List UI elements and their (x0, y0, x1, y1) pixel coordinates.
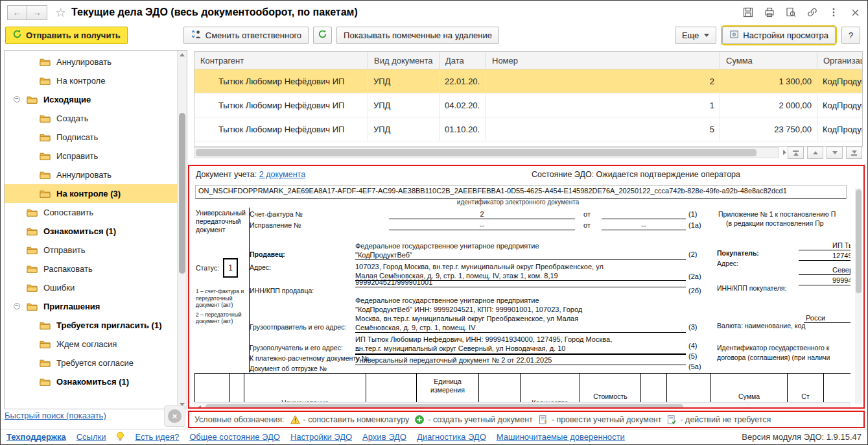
column-header-doc-type[interactable]: Вид документа (368, 52, 440, 69)
sync-icon (12, 29, 22, 41)
accounting-doc-label: Документ учета: (196, 170, 257, 179)
window-actions (742, 6, 861, 18)
print-icon[interactable] (764, 6, 775, 18)
scroll-thumb[interactable] (179, 113, 185, 274)
cell-organization: КодПродуктВеб (817, 117, 862, 141)
cell-number: 5 (486, 117, 720, 141)
sidebar-item-7[interactable]: Аннулировать (5, 165, 177, 184)
toolbar-center-group: Сменить ответственного Показывать помече… (183, 27, 499, 44)
sidebar-item-15[interactable]: Требуется пригласить (1) (5, 316, 177, 335)
preview-vertical-scrollbar[interactable] (855, 188, 862, 404)
support-link[interactable]: Техподдержка (6, 432, 66, 442)
column-header-organization[interactable]: Организация (817, 52, 862, 69)
sidebar-item-label: Отправить (43, 245, 85, 255)
sidebar-item-8[interactable]: На контроле (3) (5, 184, 177, 203)
sidebar-item-10[interactable]: Ознакомиться (1) (5, 222, 177, 241)
link-icon[interactable] (806, 6, 818, 18)
folder-icon (40, 340, 51, 348)
table-row-2[interactable]: Тытюк Любомир Нефёдович ИП УПД 04.02.20.… (194, 93, 862, 117)
folder-icon (40, 58, 51, 66)
go-first-button[interactable] (788, 147, 804, 159)
refresh-button[interactable] (313, 27, 332, 44)
scroll-up-icon[interactable] (178, 51, 187, 59)
warning-icon (290, 415, 300, 424)
refresh-icon (318, 29, 327, 41)
consignee-line-1: ИП Тытюк Любомир Нефёдович, ИНН: 9999419… (355, 335, 686, 344)
sidebar-item-1[interactable]: Аннулировать (5, 53, 177, 71)
sidebar-item-13[interactable]: Ошибки (5, 278, 177, 297)
sidebar-item-12[interactable]: Распаковать (5, 259, 177, 278)
save-icon[interactable] (742, 6, 754, 18)
preview-icon[interactable] (785, 6, 797, 18)
sidebar-item-17[interactable]: Требуется согласие (5, 354, 177, 372)
forward-button[interactable]: → (27, 5, 47, 20)
close-icon[interactable] (849, 6, 861, 18)
folder-icon (40, 133, 51, 141)
more-button[interactable]: Еще (675, 27, 716, 44)
scroll-thumb[interactable] (196, 149, 757, 156)
column-header-date[interactable]: Дата (440, 52, 486, 69)
seller-address-label: Адрес: (250, 263, 363, 271)
title-bar: ← → ☆ Текущие дела ЭДО (весь документооб… (1, 1, 867, 24)
edo-settings-link[interactable]: Настройки ЭДО (290, 432, 352, 442)
go-down-button[interactable] (827, 147, 843, 159)
mchd-link[interactable]: Машиночитаемые доверенности (497, 432, 625, 442)
go-up-button[interactable] (807, 147, 823, 159)
edo-archive-link[interactable]: Архив ЭДО (362, 432, 406, 442)
sidebar-item-label: Аннулировать (56, 57, 111, 67)
column-header-amount[interactable]: Сумма (720, 52, 817, 69)
scroll-thumb[interactable] (856, 189, 862, 293)
idea-link[interactable]: Есть идея? (135, 432, 179, 442)
view-settings-button[interactable]: Настройки просмотра (722, 27, 836, 44)
sidebar-item-5[interactable]: Подписать (5, 128, 177, 147)
table-horizontal-scrollbar[interactable] (194, 147, 779, 158)
quick-search-link[interactable]: Быстрый поиск (показать) (5, 411, 106, 420)
change-responsible-button[interactable]: Сменить ответственного (183, 27, 309, 44)
accounting-doc-link[interactable]: 2 документа (259, 170, 305, 179)
chevron-down-icon (704, 34, 709, 37)
sidebar-item-label: Аннулировать (56, 170, 111, 180)
sidebar-item-18[interactable]: Ознакомиться (1) (5, 372, 177, 391)
collapse-minus-icon[interactable] (14, 96, 20, 102)
show-marked-button[interactable]: Показывать помеченные на удаление (336, 27, 499, 44)
scroll-left-icon[interactable] (198, 405, 201, 407)
edo-diagnostics-link[interactable]: Диагностика ЭДО (417, 432, 486, 442)
preview-header: Документ учета: 2 документа Состояние ЭД… (196, 170, 848, 182)
sidebar-item-16[interactable]: Ждем согласия (5, 335, 177, 354)
tree-scrollbar[interactable] (177, 51, 187, 409)
document-id-field[interactable]: ON_NSCHFDOPPRMARK_2AE69EA8A17-AFDF-4EF7-… (195, 185, 847, 198)
sidebar-item-label: Создать (56, 114, 88, 123)
table-row-3[interactable]: Тытюк Любомир Нефёдович ИП УПД 01.10.20.… (194, 117, 862, 141)
sidebar-item-11[interactable]: Отправить (5, 241, 177, 259)
links-link[interactable]: Ссылки (76, 432, 106, 442)
cell-organization: КодПродуктВеб (817, 93, 862, 117)
sidebar-item-6[interactable]: Исправить (5, 147, 177, 165)
send-receive-button[interactable]: Отправить и получить (5, 27, 128, 44)
clear-search-button[interactable]: × (164, 405, 185, 427)
favorite-star-icon[interactable]: ☆ (55, 6, 66, 19)
more-vert-icon[interactable] (828, 6, 839, 18)
shipper-line-1: Федеральное государственное унитарное пр… (355, 296, 686, 305)
marker-5a: (5а) (688, 363, 714, 370)
column-header-counterparty[interactable]: Контрагент (194, 52, 368, 69)
change-responsible-label: Сменить ответственного (205, 30, 301, 40)
sidebar-item-3[interactable]: Исходящие (5, 90, 177, 109)
column-header-number[interactable]: Номер (486, 52, 720, 69)
go-last-button[interactable] (846, 147, 862, 159)
scroll-thumb[interactable] (205, 404, 683, 407)
sidebar-item-label: На контроле (3) (56, 189, 121, 198)
module-version: Версия модуля ЭДО: 1.9.15.47 (742, 432, 862, 442)
page-title: Текущие дела ЭДО (весь документооборот, … (71, 6, 358, 18)
legend-text: - действий не требуется (680, 415, 771, 424)
edo-state-link[interactable]: Общее состояние ЭДО (189, 432, 280, 442)
help-button[interactable]: ? (841, 27, 860, 44)
sidebar-item-9[interactable]: Сопоставить (5, 203, 177, 222)
sidebar-item-2[interactable]: На контроле (5, 71, 177, 90)
scroll-right-icon[interactable] (783, 150, 786, 155)
sidebar-item-14[interactable]: Приглашения (5, 297, 177, 316)
table-row-1[interactable]: Тытюк Любомир Нефёдович ИП УПД 22.01.20.… (194, 69, 862, 93)
back-button[interactable]: ← (7, 5, 27, 20)
collapse-minus-icon[interactable] (14, 303, 20, 309)
sidebar-item-4[interactable]: Создать (5, 109, 177, 128)
form-horizontal-scrollbar[interactable] (194, 402, 850, 407)
